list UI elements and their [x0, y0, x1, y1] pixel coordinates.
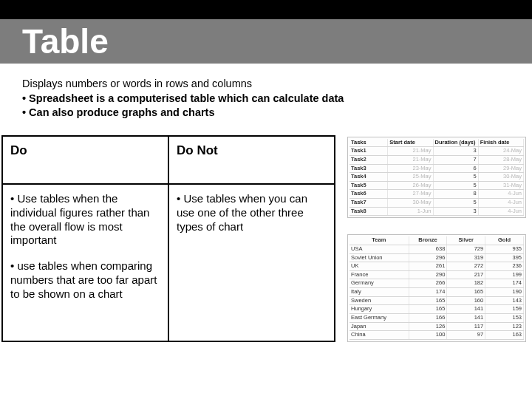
- table-row: Sweden165160143: [349, 296, 524, 305]
- task-table-example: Tasks Start date Duration (days) Finish …: [347, 137, 526, 219]
- country-table-example: Team Bronze Silver Gold USA638729935Sovi…: [347, 234, 526, 342]
- table-row: Task323-May629-May: [349, 164, 524, 173]
- table-row: Task526-May531-May: [349, 181, 524, 190]
- table-row: USA638729935: [349, 245, 524, 253]
- intro-bullet: • Can also produce graphs and charts: [22, 106, 510, 120]
- table-row: East Germany166141153: [349, 313, 524, 322]
- th: Bronze: [409, 236, 447, 245]
- table-row: China10097163: [349, 331, 524, 340]
- table-row: Japan126117123: [349, 322, 524, 331]
- guideline-table: Do Do Not • Use tables when the individu…: [1, 135, 335, 342]
- th: Finish date: [478, 139, 523, 147]
- table-row: Task730-May54-Jun: [349, 199, 524, 208]
- table-row: Task81-Jun34-Jun: [349, 207, 524, 216]
- intro-bullet: • Spreadsheet is a computerised table wh…: [22, 92, 510, 106]
- side-examples: Tasks Start date Duration (days) Finish …: [335, 135, 532, 342]
- table-row: UK261272236: [349, 262, 524, 271]
- do-header: Do: [2, 136, 168, 184]
- table-row: Hungary165141159: [349, 305, 524, 314]
- intro-line: Displays numbers or words in rows and co…: [22, 77, 510, 92]
- th: Silver: [447, 236, 485, 245]
- table-row: Task121-May324-May: [349, 147, 524, 156]
- donot-cell: • Use tables when you can use one of the…: [168, 184, 335, 341]
- table-row: Italy174165190: [349, 288, 524, 297]
- th: Duration (days): [433, 139, 478, 147]
- table-row: Task627-May84-Jun: [349, 190, 524, 199]
- do-item: • use tables when comparing numbers that…: [10, 259, 159, 301]
- intro-block: Displays numbers or words in rows and co…: [0, 64, 532, 128]
- th: Team: [349, 236, 409, 245]
- table-row: Germany266182174: [349, 279, 524, 288]
- do-cell: • Use tables when the individual figures…: [2, 184, 168, 341]
- th: Gold: [485, 236, 524, 245]
- title-bar: Table: [0, 19, 532, 64]
- page-title: Table: [22, 21, 109, 61]
- content-row: Do Do Not • Use tables when the individu…: [0, 128, 532, 342]
- table-row: Task221-May728-May: [349, 155, 524, 164]
- table-row: Soviet Union296319395: [349, 253, 524, 262]
- table-row: Task425-May530-May: [349, 173, 524, 182]
- table-row: France290217199: [349, 270, 524, 279]
- country-mini-table: Team Bronze Silver Gold USA638729935Sovi…: [349, 236, 524, 340]
- do-item: • Use tables when the individual figures…: [10, 192, 159, 248]
- task-mini-table: Tasks Start date Duration (days) Finish …: [349, 139, 524, 216]
- th: Tasks: [349, 139, 388, 147]
- top-black-bar: [0, 0, 532, 19]
- donot-header: Do Not: [168, 136, 335, 184]
- th: Start date: [388, 139, 433, 147]
- donot-item: • Use tables when you can use one of the…: [177, 192, 325, 233]
